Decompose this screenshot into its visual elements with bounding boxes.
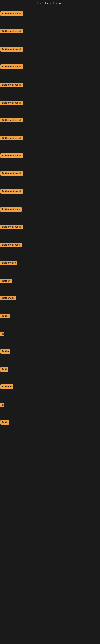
result-row: Bott xyxy=(0,367,8,372)
result-row: Bottle xyxy=(0,314,10,319)
bottleneck-badge[interactable]: Bottleneck result xyxy=(0,64,23,69)
bottleneck-badge[interactable]: Bottleneck result xyxy=(0,29,23,34)
result-row: Bottleneck r xyxy=(0,260,17,266)
result-row: Bottleneck result xyxy=(0,171,23,176)
result-row: Bottleneck result xyxy=(0,64,23,70)
result-row: Bottleneck result xyxy=(0,224,23,230)
bottleneck-badge[interactable]: Bottle xyxy=(0,314,10,318)
bottleneck-badge[interactable]: B xyxy=(0,402,4,407)
result-row: Bottl xyxy=(0,420,9,426)
bottleneck-badge[interactable]: Bottleneck result xyxy=(0,47,23,52)
page-container: TheBottlenecker.com Bottleneck resultBot… xyxy=(0,0,100,644)
bottleneck-badge[interactable]: Bottleneck result xyxy=(0,224,23,229)
bottleneck-badge[interactable]: Bottleneck result xyxy=(0,189,23,194)
site-title: TheBottlenecker.com xyxy=(0,0,100,6)
result-row: Bottleneck result xyxy=(0,47,23,52)
bottleneck-badge[interactable]: Bottleneck resu xyxy=(0,242,22,247)
bottleneck-badge[interactable]: Bottleneck result xyxy=(0,82,23,87)
result-row: Bottleneck result xyxy=(0,118,23,123)
result-row: Bottlen xyxy=(0,279,12,284)
result-row: Bottleneck result xyxy=(0,136,23,141)
bottleneck-badge[interactable]: Bottleneck result xyxy=(0,12,23,16)
result-row: Bottlene xyxy=(0,384,13,390)
bottleneck-badge[interactable]: Bottleneck result xyxy=(0,153,23,158)
bottleneck-badge[interactable]: Bottl xyxy=(0,420,9,425)
result-row: Bottleneck result xyxy=(0,12,23,17)
bottleneck-badge[interactable]: B xyxy=(0,332,4,336)
bottleneck-badge[interactable]: Bottleneck r xyxy=(0,260,17,265)
result-row: Bottleneck result xyxy=(0,82,23,88)
result-row: B xyxy=(0,402,4,408)
bottleneck-badge[interactable]: Bottlen xyxy=(0,279,12,283)
result-row: Bottleneck result xyxy=(0,100,23,106)
result-row: Bottleneck result xyxy=(0,29,23,34)
bottleneck-badge[interactable]: Bottle xyxy=(0,349,10,354)
result-row: Bottle xyxy=(0,349,10,354)
result-row: Bottleneck resu xyxy=(0,207,22,212)
bottleneck-badge[interactable]: Bottleneck result xyxy=(0,118,23,122)
result-row: Bottleneck result xyxy=(0,189,23,194)
result-row: Bottleneck xyxy=(0,296,16,301)
bottleneck-badge[interactable]: Bott xyxy=(0,367,8,372)
result-row: Bottleneck resu xyxy=(0,242,22,248)
result-row: Bottleneck result xyxy=(0,153,23,158)
bottleneck-badge[interactable]: Bottlene xyxy=(0,384,13,389)
result-row: B xyxy=(0,332,4,337)
bottleneck-badge[interactable]: Bottleneck result xyxy=(0,100,23,105)
bottleneck-badge[interactable]: Bottleneck resu xyxy=(0,207,22,212)
bottleneck-badge[interactable]: Bottleneck result xyxy=(0,171,23,176)
bottleneck-badge[interactable]: Bottleneck xyxy=(0,296,16,300)
bottleneck-badge[interactable]: Bottleneck result xyxy=(0,136,23,140)
